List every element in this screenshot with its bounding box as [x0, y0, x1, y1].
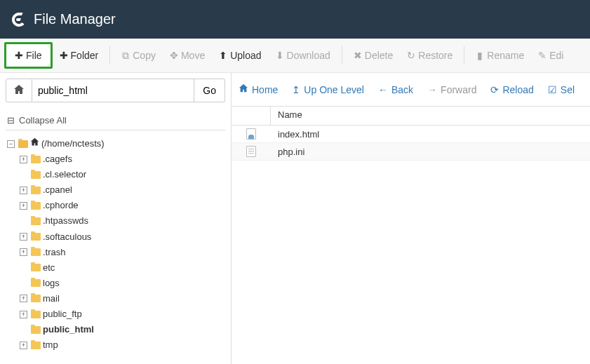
nav-back-button[interactable]: ← Back	[378, 84, 413, 95]
tree-item[interactable]: etc	[20, 260, 225, 276]
back-icon: ←	[378, 84, 388, 95]
delete-button[interactable]: ✖ Delete	[347, 44, 400, 67]
nav-reload-button[interactable]: ⟳ Reload	[490, 84, 533, 95]
tree-item-label: public_html	[43, 322, 94, 337]
copy-icon: ⧉	[121, 50, 130, 62]
expand-toggle-icon[interactable]: +	[20, 187, 27, 194]
rename-button[interactable]: ▮ Rename	[469, 44, 531, 67]
copy-button[interactable]: ⧉ Copy	[114, 44, 163, 67]
separator	[342, 46, 342, 65]
tree-item-label: .cpanel	[43, 182, 72, 198]
tree-item-label: tmp	[43, 337, 58, 353]
col-name[interactable]: Name	[271, 107, 590, 125]
file-row[interactable]: php.ini	[232, 143, 590, 161]
path-input[interactable]	[32, 79, 194, 102]
collapse-icon: ⊟	[7, 115, 15, 126]
file-name: index.html	[271, 129, 590, 140]
expand-toggle-icon[interactable]: +	[20, 295, 27, 302]
separator	[109, 46, 110, 65]
folder-icon	[31, 342, 41, 349]
forward-icon: →	[427, 84, 437, 95]
tree-item[interactable]: +mail	[20, 291, 225, 306]
download-button[interactable]: ⬇ Download	[269, 44, 337, 67]
file-row[interactable]: index.html	[232, 126, 590, 143]
expand-toggle-icon[interactable]: +	[20, 233, 27, 241]
tree-item[interactable]: +.cagefs	[20, 151, 225, 167]
move-icon: ✥	[170, 50, 178, 61]
upload-button[interactable]: ⬆ Upload	[212, 44, 268, 67]
rename-icon: ▮	[476, 50, 484, 61]
tree-item-label: logs	[43, 276, 60, 291]
app-header: File Manager	[0, 0, 590, 39]
collapse-all-button[interactable]: ⊟ Collapse All	[6, 111, 225, 130]
tree-item[interactable]: logs	[20, 276, 225, 291]
expand-toggle-icon	[20, 171, 27, 179]
expand-toggle-icon	[20, 279, 27, 287]
home-icon	[239, 83, 248, 95]
folder-icon	[31, 264, 41, 271]
expand-toggle-icon[interactable]: +	[20, 156, 27, 163]
folder-icon	[31, 171, 41, 179]
tree-item-label: mail	[43, 291, 60, 306]
nav-forward-button[interactable]: → Forward	[427, 84, 476, 95]
upload-icon: ⬆	[219, 50, 227, 61]
sidebar: Go ⊟ Collapse All − (/home/nctests) +.ca…	[0, 73, 232, 364]
new-file-button[interactable]: ✚ File	[4, 42, 53, 69]
tree-item-label: .cphorde	[43, 198, 79, 213]
edit-button[interactable]: ✎ Edi	[531, 44, 570, 67]
collapse-toggle-icon[interactable]: −	[7, 140, 15, 148]
cpanel-logo-icon	[10, 11, 27, 28]
tree-root[interactable]: − (/home/nctests)	[7, 136, 225, 151]
check-icon: ☑	[548, 84, 557, 95]
tree-item[interactable]: +.cpanel	[20, 182, 225, 198]
tree-item[interactable]: +tmp	[20, 337, 225, 353]
folder-icon	[31, 156, 41, 163]
expand-toggle-icon[interactable]: +	[20, 248, 27, 256]
toolbar: ✚ File ✚ Folder ⧉ Copy ✥ Move ⬆ Upload ⬇…	[0, 39, 590, 73]
folder-icon	[31, 187, 41, 194]
tree-item[interactable]: +.softaculous	[20, 229, 225, 245]
plus-icon: ✚	[15, 50, 23, 61]
tree-item[interactable]: +public_ftp	[20, 306, 225, 322]
restore-icon: ↻	[407, 50, 415, 61]
folder-icon	[31, 295, 41, 302]
download-icon: ⬇	[276, 50, 284, 61]
expand-toggle-icon	[20, 217, 27, 225]
home-icon	[30, 136, 39, 151]
folder-icon	[31, 279, 41, 287]
nav-home-button[interactable]: Home	[239, 83, 278, 95]
tree-item[interactable]: .cl.selector	[20, 167, 225, 182]
tree-item-label: .cl.selector	[43, 167, 86, 182]
col-icon[interactable]	[232, 107, 271, 125]
reload-icon: ⟳	[490, 84, 499, 95]
home-icon	[13, 84, 25, 97]
nav-up-button[interactable]: ↥ Up One Level	[292, 84, 364, 95]
new-folder-button[interactable]: ✚ Folder	[53, 44, 106, 67]
tree-item-label: etc	[43, 260, 55, 276]
file-type-icon	[232, 128, 271, 140]
tree-item-label: .htpasswds	[43, 213, 88, 229]
tree-item-label: .cagefs	[43, 151, 72, 167]
expand-toggle-icon[interactable]: +	[20, 311, 27, 318]
tree-item-label: .trash	[43, 245, 66, 260]
file-list: index.htmlphp.ini	[232, 126, 590, 364]
nav-bar: Home ↥ Up One Level ← Back → Forward ⟳ R…	[232, 73, 590, 107]
folder-icon	[31, 326, 41, 334]
tree-item-label: public_ftp	[43, 306, 82, 322]
home-button[interactable]	[6, 79, 32, 102]
tree-item[interactable]: public_html	[20, 322, 225, 337]
go-button[interactable]: Go	[194, 79, 225, 102]
tree-item[interactable]: +.cphorde	[20, 198, 225, 213]
tree-item[interactable]: +.trash	[20, 245, 225, 260]
tree-item[interactable]: .htpasswds	[20, 213, 225, 229]
folder-icon	[31, 217, 41, 225]
separator	[464, 46, 464, 65]
expand-toggle-icon[interactable]: +	[20, 342, 27, 349]
table-header: Name	[232, 107, 590, 126]
expand-toggle-icon[interactable]: +	[20, 202, 27, 210]
expand-toggle-icon	[20, 264, 27, 271]
move-button[interactable]: ✥ Move	[163, 44, 212, 67]
restore-button[interactable]: ↻ Restore	[400, 44, 460, 67]
delete-icon: ✖	[354, 50, 362, 61]
nav-select-button[interactable]: ☑ Sel	[548, 84, 575, 95]
